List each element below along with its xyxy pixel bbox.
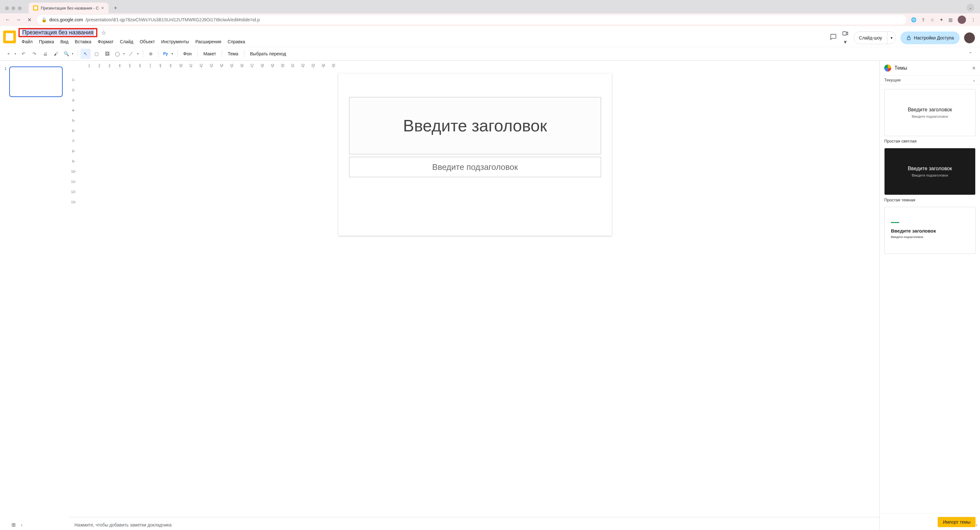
nav-forward-icon[interactable]: → <box>15 17 22 22</box>
slide-canvas[interactable]: Введите заголовок Введите подзаголовок <box>338 73 612 236</box>
print-button[interactable]: 🖨 <box>40 49 50 59</box>
paint-format-button[interactable]: 🖌 <box>51 49 61 59</box>
svg-rect-1 <box>907 38 910 40</box>
window-close-icon[interactable] <box>5 6 9 10</box>
slide-thumbnail[interactable] <box>9 67 63 97</box>
meet-icon[interactable]: ▾ <box>842 30 849 46</box>
menu-insert[interactable]: Вставка <box>72 38 94 46</box>
toolbar-separator <box>244 50 244 57</box>
collapse-toolbar-icon[interactable]: ⌃ <box>966 49 975 59</box>
url-path: /presentation/d/1-qp78zwChWsYUs3B1SUnl12… <box>86 17 259 22</box>
script-tool[interactable]: Pу <box>161 49 175 59</box>
ruler-tick: 1 <box>84 64 94 67</box>
line-tool[interactable]: ／ <box>127 49 140 59</box>
ruler-tick: 9 <box>72 156 74 166</box>
menu-format[interactable]: Формат <box>95 38 116 46</box>
import-theme-button[interactable]: Импорт темы <box>938 517 975 527</box>
notes-expand-icon[interactable]: ‹ <box>21 522 22 527</box>
themes-section-label: Текущие <box>884 78 901 83</box>
theme-button[interactable]: Тема <box>224 49 242 59</box>
comments-icon[interactable] <box>829 33 837 42</box>
textbox-tool[interactable]: ▢ <box>91 49 102 59</box>
layout-button[interactable]: Макет <box>200 49 219 59</box>
themes-current-section[interactable]: Текущие ⌄ <box>880 75 980 84</box>
image-tool[interactable]: 🖼 <box>102 49 112 59</box>
subtitle-placeholder[interactable]: Введите подзаголовок <box>349 157 601 177</box>
theme-card-streamline[interactable]: Введите заголовок Введите подзаголовок <box>884 207 975 254</box>
stage-wrap[interactable]: Введите заголовок Введите подзаголовок <box>77 67 880 517</box>
menu-tools[interactable]: Инструменты <box>159 38 191 46</box>
ruler-tick: 8 <box>155 64 165 67</box>
present-button[interactable]: Слайд-шоу ▾ <box>854 32 896 44</box>
browser-menu-icon[interactable]: ⋮ <box>971 17 975 22</box>
header-actions: ▾ Слайд-шоу ▾ Настройки Доступа <box>829 28 975 46</box>
browser-tab[interactable]: Презентация без названия - С × <box>29 3 108 13</box>
transition-button[interactable]: Выбрать переход <box>247 49 289 59</box>
background-button[interactable]: Фон <box>180 49 195 59</box>
window-minimize-icon[interactable] <box>11 6 15 10</box>
speaker-notes-placeholder: Нажмите, чтобы добавить заметки докладчи… <box>75 522 172 527</box>
ruler-tick: 7 <box>72 136 74 146</box>
grid-view-icon[interactable]: ⊞ <box>7 522 20 528</box>
translate-icon[interactable]: 🌐 <box>911 17 916 22</box>
title-placeholder[interactable]: Введите заголовок <box>349 97 601 154</box>
star-icon[interactable]: ☆ <box>101 29 106 36</box>
window-zoom-icon[interactable] <box>18 6 22 10</box>
tab-close-icon[interactable]: × <box>102 5 104 11</box>
theme-card-simple-dark[interactable]: Введите заголовок Введите подзаголовок <box>884 148 975 195</box>
close-themes-icon[interactable]: × <box>972 65 975 72</box>
nav-stop-icon[interactable]: ✕ <box>26 17 32 23</box>
theme-label-light: Простая светлая <box>884 139 975 143</box>
speaker-notes[interactable]: ⊞ ‹ Нажмите, чтобы добавить заметки докл… <box>69 517 880 530</box>
menu-slide[interactable]: Слайд <box>118 38 136 46</box>
shape-tool[interactable]: ◯ <box>113 49 126 59</box>
ruler-tick: 4 <box>115 64 125 67</box>
url-bar[interactable]: 🔒 docs.google.com/presentation/d/1-qp78z… <box>37 15 907 24</box>
ruler-tick: 24 <box>318 64 328 67</box>
menu-extensions[interactable]: Расширения <box>193 38 224 46</box>
zoom-button[interactable]: 🔍 <box>62 49 75 59</box>
redo-button[interactable]: ↷ <box>29 49 40 59</box>
menu-view[interactable]: Вид <box>58 38 71 46</box>
theme-card-simple-light[interactable]: Введите заголовок Введите подзаголовок <box>884 89 975 136</box>
ruler-tick: 10 <box>71 166 75 177</box>
chevron-down-icon: ⌄ <box>972 78 975 83</box>
new-tab-button[interactable]: ＋ <box>111 3 120 12</box>
ruler-tick: 11 <box>71 177 75 187</box>
account-avatar[interactable] <box>964 32 975 43</box>
ruler-tick: 2 <box>72 85 74 95</box>
slides-logo-icon[interactable] <box>3 30 16 43</box>
menu-object[interactable]: Объект <box>137 38 158 46</box>
browser-extensions: 🌐 ⇪ ☆ ✦ ▥ ⋮ <box>911 16 975 24</box>
tab-overflow-button[interactable]: ⌄ <box>967 4 974 11</box>
menu-edit[interactable]: Правка <box>36 38 56 46</box>
theme-label-dark: Простая темная <box>884 197 975 202</box>
workspace: 1 12345678910111213141516171819202122232… <box>0 61 980 530</box>
lock-icon: 🔒 <box>41 17 47 22</box>
ruler-tick: 25 <box>328 64 339 67</box>
sidebar-collapse-icon[interactable]: ‹ <box>976 522 977 527</box>
select-tool[interactable]: ↖ <box>81 49 91 59</box>
ruler-horizontal: 1234567891011121314151617181920212223242… <box>69 61 880 67</box>
extensions-icon[interactable]: ✦ <box>940 17 943 22</box>
new-slide-button[interactable]: ＋ <box>5 49 18 59</box>
menu-file[interactable]: Файл <box>19 38 35 46</box>
toolbar-separator <box>177 50 178 57</box>
doc-title-input[interactable]: Презентация без названия <box>19 28 97 37</box>
theme-preview-title: Введите заголовок <box>908 107 952 113</box>
undo-button[interactable]: ↶ <box>19 49 29 59</box>
toolbar-separator <box>78 50 78 57</box>
bookmark-icon[interactable]: ☆ <box>931 17 934 22</box>
menu-help[interactable]: Справка <box>225 38 248 46</box>
ruler-tick: 6 <box>72 126 74 136</box>
present-dropdown[interactable]: ▾ <box>887 32 896 44</box>
profile-avatar-icon[interactable] <box>958 16 966 24</box>
sidepanel-icon[interactable]: ▥ <box>948 17 953 22</box>
window-controls[interactable] <box>5 6 22 10</box>
nav-back-icon[interactable]: ← <box>5 17 11 22</box>
themes-list[interactable]: Введите заголовок Введите подзаголовок П… <box>880 84 980 514</box>
share-page-icon[interactable]: ⇪ <box>921 17 925 22</box>
ruler-tick: 10 <box>176 64 186 67</box>
comment-tool[interactable]: ⊕ <box>146 49 156 59</box>
share-button[interactable]: Настройки Доступа <box>900 32 959 44</box>
